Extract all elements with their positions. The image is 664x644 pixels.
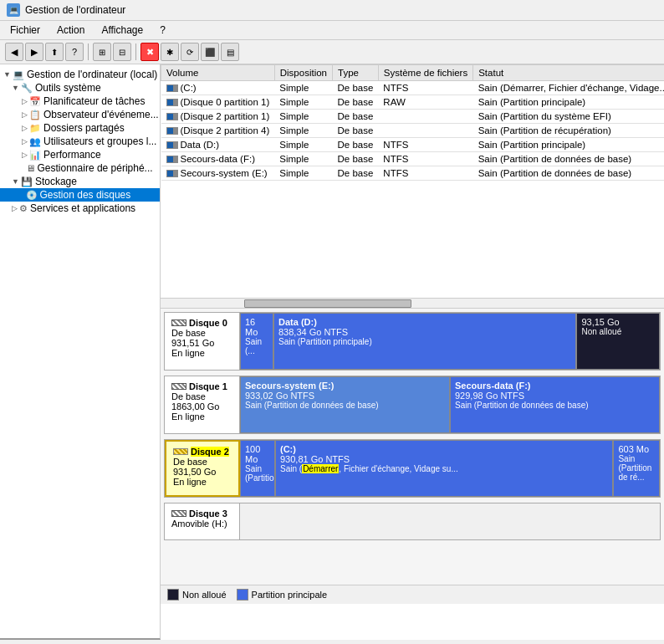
storage-label: Stockage (35, 176, 77, 187)
sidebar-item-users[interactable]: ▷ 👥 Utilisateurs et groupes l... (0, 135, 160, 148)
col-type[interactable]: Type (333, 65, 379, 81)
cell-volume: (Disque 2 partition 4) (161, 124, 275, 138)
table-row[interactable]: (Disque 2 partition 1) Simple De base Sa… (161, 110, 665, 124)
toolbar-separator-2 (135, 43, 136, 60)
title-bar: 💻 Gestion de l'ordinateur (0, 0, 664, 21)
disk0-partitions: 16 Mo Sain (... Data (D:) 838,34 Go NTFS… (240, 313, 660, 370)
disk3-stripe (171, 510, 186, 517)
menu-action[interactable]: Action (50, 23, 91, 38)
sched-label: Planificateur de tâches (43, 95, 145, 107)
table-row[interactable]: (Disque 2 partition 4) Simple De base Sa… (161, 124, 665, 138)
sidebar-item-diskmgmt[interactable]: 💿 Gestion des disques (0, 188, 160, 202)
sidebar-item-eventvwr[interactable]: ▷ 📋 Observateur d'événeme... (0, 108, 160, 121)
tree-root: ▼ 💻 Gestion de l'ordinateur (local) ▼ 🔧 … (0, 64, 160, 218)
disk2-part3[interactable]: 603 Mo Sain (Partition de ré... (613, 440, 660, 497)
cell-statut: Sain (Partition de données de base) (473, 152, 664, 166)
legend-primary-box (237, 589, 248, 601)
disk1-name: Disque 1 (171, 381, 232, 391)
disk0-part1[interactable]: 16 Mo Sain (... (240, 313, 273, 370)
expand-outils: ▼ (12, 84, 19, 92)
disk2-part1[interactable]: 100 Mo Sain (Partitio... (240, 440, 275, 497)
disk2-part2[interactable]: (C:) 930,81 Go NTFS Sain (Démarrer, Fich… (275, 440, 613, 497)
cell-disposition: Simple (274, 81, 332, 95)
disk2-stripe (173, 448, 188, 455)
svc-icon: ⚙ (19, 203, 28, 214)
table-row[interactable]: (C:) Simple De base NTFS Sain (Démarrer,… (161, 81, 665, 95)
table-row[interactable]: Secours-system (E:) Simple De base NTFS … (161, 166, 665, 181)
disk1-part2[interactable]: Secours-data (F:) 929,98 Go NTFS Sain (P… (450, 376, 660, 433)
cell-statut: Sain (Démarrer, Fichier d'échange, Vidag… (473, 81, 664, 95)
table-row[interactable]: (Disque 0 partition 1) Simple De base RA… (161, 95, 665, 110)
disk1-status: En ligne (171, 411, 232, 422)
table-row[interactable]: Data (D:) Simple De base NTFS Sain (Part… (161, 138, 665, 152)
delete-button[interactable]: ✖ (140, 43, 159, 61)
col-fs[interactable]: Système de fichiers (378, 65, 472, 81)
sidebar-item-services[interactable]: ▷ ⚙ Services et applications (0, 202, 160, 215)
h-scrollbar[interactable] (161, 299, 664, 309)
disk3-name: Disque 3 (171, 509, 232, 519)
cell-fs: NTFS (378, 138, 472, 152)
col-volume[interactable]: Volume (161, 65, 275, 81)
disk-visualization[interactable]: Disque 0 De base 931,51 Go En ligne 16 M… (161, 309, 664, 585)
cell-volume: Data (D:) (161, 138, 275, 152)
volume-table-area[interactable]: Volume Disposition Type Système de fichi… (161, 64, 664, 299)
sidebar-item-root[interactable]: ▼ 💻 Gestion de l'ordinateur (local) (0, 68, 160, 81)
sidebar-item-shared[interactable]: ▷ 📁 Dossiers partagés (0, 121, 160, 135)
view-button[interactable]: ▤ (221, 43, 239, 61)
expand-perf: ▷ (22, 151, 28, 159)
disk3-label: Disque 3 Amovible (H:) (165, 503, 240, 539)
cell-statut: Sain (Partition principale) (473, 138, 664, 152)
export-button[interactable]: ⬛ (201, 43, 219, 61)
evt-label: Observateur d'événeme... (43, 109, 159, 120)
menu-affichage[interactable]: Affichage (94, 23, 150, 38)
disk2-status: En ligne (173, 477, 232, 487)
window-title: Gestion de l'ordinateur (25, 4, 125, 16)
shared-icon: 📁 (29, 123, 41, 134)
col-statut[interactable]: Statut (473, 65, 664, 81)
refresh-button[interactable]: ⟳ (181, 43, 199, 61)
table-body: (C:) Simple De base NTFS Sain (Démarrer,… (161, 81, 665, 181)
back-button[interactable]: ◀ (5, 43, 23, 61)
new-button[interactable]: ✱ (161, 43, 179, 61)
legend-unallocated-box (167, 589, 179, 601)
up-button[interactable]: ⬆ (45, 43, 64, 61)
sidebar-item-outils[interactable]: ▼ 🔧 Outils système (0, 81, 160, 95)
cell-volume: Secours-data (F:) (161, 152, 275, 166)
table-row[interactable]: Secours-data (F:) Simple De base NTFS Sa… (161, 152, 665, 166)
shared-label: Dossiers partagés (43, 122, 125, 134)
cell-fs: NTFS (378, 152, 472, 166)
menu-help[interactable]: ? (153, 23, 172, 38)
disk0-size: 931,51 Go (171, 338, 232, 348)
help-button[interactable]: ? (65, 43, 84, 61)
cell-disposition: Simple (274, 138, 332, 152)
cell-volume: Secours-system (E:) (161, 166, 275, 181)
disk0-type: De base (171, 328, 232, 338)
menu-fichier[interactable]: Fichier (3, 23, 47, 38)
cell-type: De base (333, 152, 379, 166)
perf-label: Performance (43, 149, 101, 161)
disk1-part1[interactable]: Secours-system (E:) 933,02 Go NTFS Sain … (240, 376, 450, 433)
legend-unallocated-label: Non alloué (182, 590, 227, 600)
disk2-row: Disque 2 De base 931,50 Go En ligne 100 … (164, 439, 661, 498)
cell-type: De base (333, 95, 379, 110)
properties-button[interactable]: ⊟ (113, 43, 131, 61)
forward-button[interactable]: ▶ (25, 43, 43, 61)
col-disposition[interactable]: Disposition (274, 65, 332, 81)
sidebar-item-perf[interactable]: ▷ 📊 Performance (0, 148, 160, 161)
expand-users: ▷ (22, 137, 28, 146)
disk2-name: Disque 2 (173, 447, 232, 457)
expand-root: ▼ (3, 70, 11, 79)
expand-sched: ▷ (22, 97, 28, 105)
disk0-unallocated[interactable]: 93,15 Go Non alloué (576, 313, 660, 370)
sidebar-item-scheduler[interactable]: ▷ 📅 Planificateur de tâches (0, 95, 160, 108)
expand-shared: ▷ (22, 124, 28, 132)
perf-icon: 📊 (29, 150, 41, 161)
sidebar-item-storage[interactable]: ▼ 💾 Stockage (0, 175, 160, 188)
sidebar-item-devmgr[interactable]: 🖥 Gestionnaire de périphé... (0, 161, 160, 175)
disk0-name: Disque 0 (171, 318, 232, 328)
disk0-part2[interactable]: Data (D:) 838,34 Go NTFS Sain (Partition… (273, 313, 576, 370)
toolbar: ◀ ▶ ⬆ ? ⊞ ⊟ ✖ ✱ ⟳ ⬛ ▤ (0, 40, 664, 64)
disk1-row: Disque 1 De base 1863,00 Go En ligne Sec… (164, 376, 661, 434)
show-button[interactable]: ⊞ (93, 43, 111, 61)
cell-volume: (Disque 0 partition 1) (161, 95, 275, 110)
